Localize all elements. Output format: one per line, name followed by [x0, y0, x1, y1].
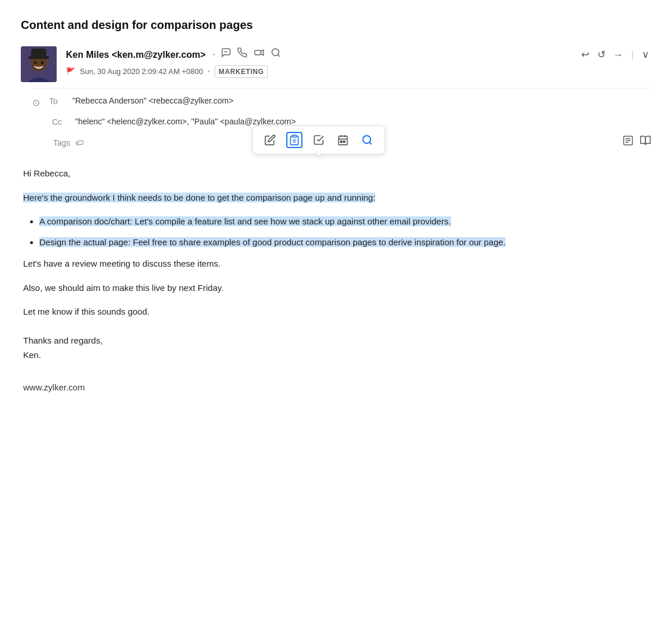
search-icon[interactable] [271, 47, 281, 62]
search-toolbar-button[interactable] [359, 132, 375, 148]
svg-rect-9 [254, 50, 261, 55]
bullet-item-2: Design the actual page: Feel free to sha… [39, 235, 651, 250]
email-body: Hi Rebecca, Here's the groundwork I thin… [21, 166, 651, 394]
sender-row: Ken Miles <ken.m@zylker.com> • [66, 46, 651, 64]
email-website: www.zylker.com [23, 380, 651, 395]
forward-button[interactable]: → [611, 46, 626, 64]
email-header: Ken Miles <ken.m@zylker.com> • [21, 46, 651, 82]
email-greeting: Hi Rebecca, [23, 166, 651, 181]
dot-separator-2: • [208, 67, 210, 77]
email-intro: Here's the groundwork I think needs to b… [23, 190, 651, 205]
reply-button[interactable]: ↩ [579, 46, 592, 64]
notes-right-icon[interactable] [622, 135, 634, 151]
highlighted-bullet1: A comparison doc/chart: Let's compile a … [39, 216, 451, 226]
svg-rect-20 [344, 141, 345, 143]
tags-row: Tags 🏷 [32, 131, 651, 154]
task-toolbar-button[interactable] [311, 132, 327, 148]
highlighted-intro: Here's the groundwork I think needs to b… [23, 193, 375, 202]
reply-actions: ↩ ↺ → | ∨ [579, 46, 651, 64]
toolbar-popup [252, 126, 385, 154]
svg-point-5 [34, 61, 36, 64]
svg-line-22 [370, 142, 372, 145]
calendar-toolbar-button[interactable] [335, 132, 351, 148]
phone-icon[interactable] [237, 47, 248, 62]
to-value: "Rebecca Anderson" <rebecca@zylker.com> [72, 95, 234, 107]
bullet-list: A comparison doc/chart: Let's compile a … [39, 214, 651, 249]
sender-name: Ken Miles <ken.m@zylker.com> [66, 48, 206, 62]
book-right-icon[interactable] [640, 135, 651, 151]
pipe-separator: | [632, 47, 634, 62]
to-label: To [49, 95, 67, 108]
email-subject: Content and design for comparison pages [21, 16, 651, 34]
clipboard-toolbar-button[interactable] [286, 132, 302, 148]
bullet-item-1: A comparison doc/chart: Let's compile a … [39, 214, 651, 229]
reply-all-button[interactable]: ↺ [595, 46, 608, 64]
avatar [21, 46, 57, 82]
email-para1: Let's have a review meeting to discuss t… [23, 256, 651, 271]
svg-point-6 [41, 61, 43, 64]
meta-rows: ⊙ To "Rebecca Anderson" <rebecca@zylker.… [32, 88, 651, 154]
sign-line2: Ken. [23, 348, 651, 363]
flag-icon: 🚩 [66, 66, 75, 78]
svg-rect-4 [31, 49, 46, 58]
edit-toolbar-button[interactable] [262, 132, 278, 148]
chat-icon[interactable] [221, 47, 231, 62]
expand-icon[interactable]: ⊙ [32, 96, 40, 110]
cc-label: Cc [52, 116, 69, 128]
tag-icon[interactable]: 🏷 [75, 137, 84, 150]
right-icons [622, 135, 651, 151]
email-date: Sun, 30 Aug 2020 2:09:42 AM +0800 [80, 66, 203, 78]
svg-point-10 [272, 49, 279, 56]
marketing-badge: MARKETING [215, 65, 268, 78]
to-row: ⊙ To "Rebecca Anderson" <rebecca@zylker.… [32, 92, 651, 113]
svg-line-11 [278, 54, 279, 56]
email-para2: Also, we should aim to make this live by… [23, 281, 651, 296]
svg-point-21 [363, 136, 371, 143]
svg-rect-15 [339, 136, 348, 145]
video-icon[interactable] [253, 47, 265, 62]
more-button[interactable]: ∨ [640, 46, 651, 64]
date-row: 🚩 Sun, 30 Aug 2020 2:09:42 AM +0800 • MA… [66, 65, 651, 78]
header-icons: • [213, 47, 281, 62]
tags-label: Tags [53, 137, 71, 149]
email-para3: Let me know if this sounds good. [23, 304, 651, 319]
svg-rect-12 [293, 135, 297, 137]
sign-line1: Thanks and regards, [23, 333, 651, 348]
email-signature: Thanks and regards, Ken. [23, 333, 651, 363]
dot-separator-1: • [213, 50, 215, 60]
svg-rect-19 [341, 141, 342, 143]
sender-info: Ken Miles <ken.m@zylker.com> • [66, 46, 651, 78]
highlighted-bullet2: Design the actual page: Feel free to sha… [39, 237, 505, 247]
